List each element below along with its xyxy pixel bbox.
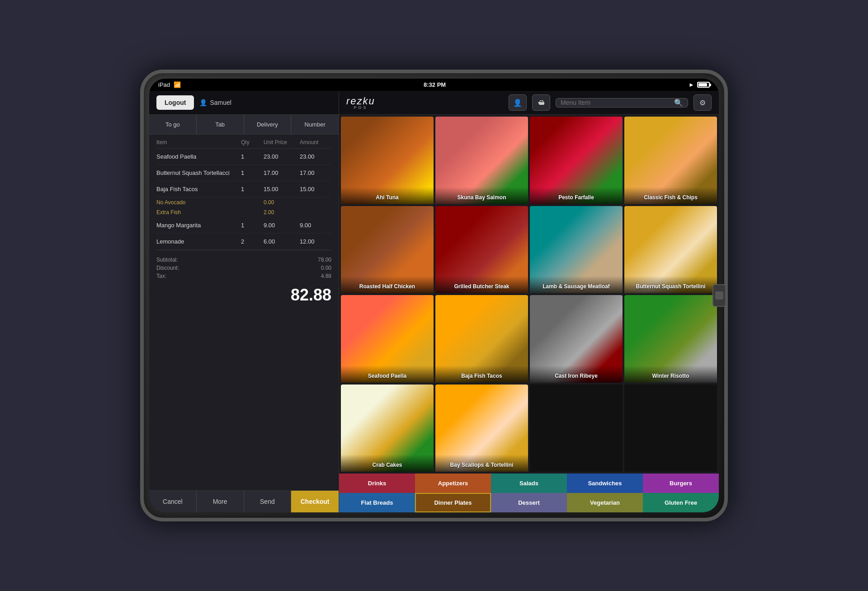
order-item-2[interactable]: Butternut Squash Tortellacci 1 17.00 17.… xyxy=(156,165,331,181)
menu-item-label-lamb: Lamb & Sausage Meatloaf xyxy=(530,276,623,293)
grand-total: 82.88 xyxy=(156,282,331,310)
menu-item-ahi-tuna[interactable]: Ahi Tuna xyxy=(341,117,434,204)
settings-button[interactable]: ⚙ xyxy=(693,94,712,111)
menu-item-label-ahi-tuna: Ahi Tuna xyxy=(341,187,434,204)
menu-item-cast-iron[interactable]: Cast Iron Ribeye xyxy=(530,295,623,383)
menu-grid: Ahi Tuna Skuna Bay Salmon Pesto Farfalle… xyxy=(339,115,719,474)
modifier-name-2: Extra Fish xyxy=(156,209,241,216)
home-button-icon xyxy=(715,291,723,300)
main-content: Logout 👤 Samuel To go Tab Delivery Numbe… xyxy=(149,91,719,512)
cat-tab-glutenfree[interactable]: Gluten Free xyxy=(643,493,719,512)
menu-item-label-grilled-steak: Grilled Butcher Steak xyxy=(435,276,528,293)
cancel-button[interactable]: Cancel xyxy=(149,491,197,512)
menu-item-empty-2 xyxy=(624,385,717,472)
subtotal-row: Subtotal: 78.00 xyxy=(156,256,331,264)
cat-tab-dessert[interactable]: Dessert xyxy=(491,493,567,512)
status-right: ► xyxy=(689,81,710,88)
item-name-3: Baja Fish Tacos xyxy=(156,186,241,192)
menu-item-winter-risotto[interactable]: Winter Risotto xyxy=(624,295,717,383)
order-item-3[interactable]: Baja Fish Tacos 1 15.00 15.00 xyxy=(156,181,331,197)
menu-item-baja-tacos[interactable]: Baja Fish Tacos xyxy=(435,295,528,383)
cat-tab-burgers[interactable]: Burgers xyxy=(643,474,719,493)
menu-item-grilled-steak[interactable]: Grilled Butcher Steak xyxy=(435,206,528,294)
menu-item-label-seafood-paella: Seafood Paella xyxy=(341,366,434,383)
menu-item-label-fish-chips: Classic Fish & Chips xyxy=(624,187,717,204)
menu-item-label-roasted-chicken: Roasted Half Chicken xyxy=(341,276,434,293)
menu-item-pesto[interactable]: Pesto Farfalle xyxy=(530,117,623,204)
menu-item-crab-cakes[interactable]: Crab Cakes xyxy=(341,385,434,472)
modifier-2[interactable]: Extra Fish 2.00 xyxy=(156,207,331,217)
menu-item-bay-scallops[interactable]: Bay Scallops & Tortellini xyxy=(435,385,528,472)
tab-to-go[interactable]: To go xyxy=(149,115,197,134)
col-item: Item xyxy=(156,139,241,145)
order-totals: Subtotal: 78.00 Discount: 0.00 Tax: 4.88 xyxy=(156,250,331,282)
search-input[interactable] xyxy=(561,99,670,106)
subtotal-label: Subtotal: xyxy=(156,257,178,263)
discount-label: Discount: xyxy=(156,265,179,271)
col-unitprice: Unit Price xyxy=(264,139,300,145)
customer-button[interactable]: 👤 xyxy=(509,94,527,111)
cat-tab-drinks[interactable]: Drinks xyxy=(339,474,415,493)
order-type-tabs: To go Tab Delivery Number xyxy=(149,115,339,135)
cat-tab-dinnerplates[interactable]: Dinner Plates xyxy=(415,493,491,512)
item-qty-4: 1 xyxy=(241,222,264,229)
menu-item-roasted-chicken[interactable]: Roasted Half Chicken xyxy=(341,206,434,294)
menu-item-fish-chips[interactable]: Classic Fish & Chips xyxy=(624,117,717,204)
cat-tab-salads[interactable]: Salads xyxy=(491,474,567,493)
menu-item-lamb[interactable]: Lamb & Sausage Meatloaf xyxy=(530,206,623,294)
user-name: Samuel xyxy=(210,99,231,106)
item-price-3: 15.00 xyxy=(264,186,300,192)
logo-pos: POS xyxy=(354,105,368,110)
tab-number[interactable]: Number xyxy=(291,115,339,134)
tab-delivery[interactable]: Delivery xyxy=(244,115,292,134)
tab-tab[interactable]: Tab xyxy=(197,115,244,134)
device-label: iPad xyxy=(158,81,170,88)
cat-tab-sandwiches[interactable]: Sandwiches xyxy=(567,474,643,493)
item-qty-1: 1 xyxy=(241,153,264,160)
logout-button[interactable]: Logout xyxy=(156,95,194,110)
search-box[interactable]: 🔍 xyxy=(556,98,688,108)
search-icon[interactable]: 🔍 xyxy=(674,98,683,107)
order-item-4[interactable]: Mango Margarita 1 9.00 9.00 xyxy=(156,217,331,234)
item-price-2: 17.00 xyxy=(264,169,300,176)
more-button[interactable]: More xyxy=(197,491,244,512)
modifier-name-1: No Avocado xyxy=(156,199,241,206)
checkout-button[interactable]: Checkout xyxy=(291,491,339,512)
item-amount-2: 17.00 xyxy=(300,169,331,176)
battery-icon xyxy=(697,82,710,88)
item-name-4: Mango Margarita xyxy=(156,222,241,229)
item-name-1: Seafood Paella xyxy=(156,153,241,160)
tax-value: 4.88 xyxy=(321,273,331,279)
tablet-frame: iPad 📶 8:32 PM ► Logout 👤 Samue xyxy=(140,70,728,521)
menu-item-skuna-salmon[interactable]: Skuna Bay Salmon xyxy=(435,117,528,204)
location-icon: ► xyxy=(689,81,694,88)
menu-item-label-baja-tacos: Baja Fish Tacos xyxy=(435,366,528,383)
right-panel: rezku POS 👤 🛳 🔍 ⚙ Ahi Tuna xyxy=(339,91,719,512)
home-button[interactable] xyxy=(712,284,726,307)
subtotal-value: 78.00 xyxy=(318,257,331,263)
menu-item-butternut[interactable]: Butternut Squash Tortellini xyxy=(624,206,717,294)
item-qty-3: 1 xyxy=(241,186,264,192)
left-header: Logout 👤 Samuel xyxy=(149,91,339,115)
modifier-1[interactable]: No Avocado 0.00 xyxy=(156,197,331,207)
right-header: rezku POS 👤 🛳 🔍 ⚙ xyxy=(339,91,719,115)
order-item-1[interactable]: Seafood Paella 1 23.00 23.00 xyxy=(156,149,331,165)
item-qty-5: 2 xyxy=(241,238,264,245)
order-table-header: Item Qty Unit Price Amount xyxy=(156,135,331,149)
left-panel: Logout 👤 Samuel To go Tab Delivery Numbe… xyxy=(149,91,339,512)
cat-tab-vegetarian[interactable]: Vegetarian xyxy=(567,493,643,512)
discount-value: 0.00 xyxy=(321,265,331,271)
logo: rezku POS xyxy=(346,95,375,110)
cat-tab-appetizers[interactable]: Appetizers xyxy=(415,474,491,493)
item-amount-4: 9.00 xyxy=(300,222,331,229)
send-button[interactable]: Send xyxy=(244,491,292,512)
item-name-2: Butternut Squash Tortellacci xyxy=(156,169,241,176)
cat-tab-flatbreads[interactable]: Flat Breads xyxy=(339,493,415,512)
order-item-5[interactable]: Lemonade 2 6.00 12.00 xyxy=(156,234,331,250)
wifi-icon: 📶 xyxy=(174,81,181,88)
menu-item-seafood-paella[interactable]: Seafood Paella xyxy=(341,295,434,383)
item-amount-1: 23.00 xyxy=(300,153,331,160)
menu-item-label-pesto: Pesto Farfalle xyxy=(530,187,623,204)
display-button[interactable]: 🛳 xyxy=(532,94,550,111)
category-tabs-row2: Flat Breads Dinner Plates Dessert Vegeta… xyxy=(339,493,719,512)
